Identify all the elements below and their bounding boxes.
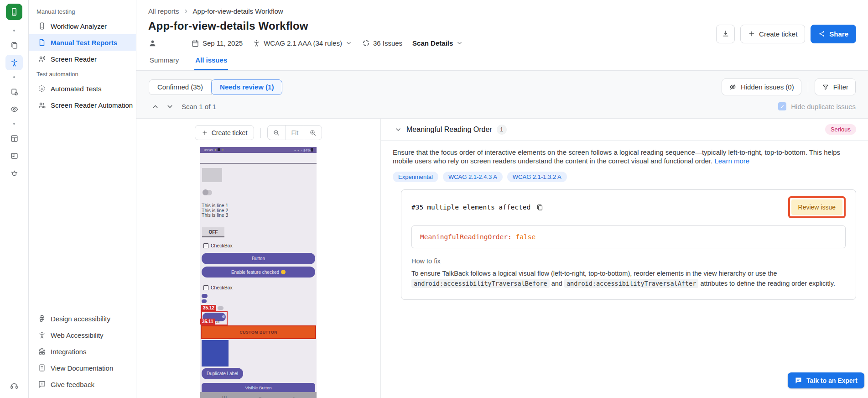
zoom-in-button[interactable] <box>304 126 322 140</box>
report-meta: Sep 11, 2025 WCAG 2.1 AAA (34 rules) 36 … <box>148 39 473 47</box>
rail-support-section[interactable] <box>0 374 28 398</box>
create-ticket-label: Create ticket <box>759 30 797 38</box>
code-key: MeaningfulReadingOrder: <box>420 233 512 241</box>
android-recents-icon: ||| <box>222 395 227 398</box>
phone-duplicate-label-button: Duplicate Label <box>202 368 243 379</box>
viewer-create-ticket-button[interactable]: Create ticket <box>195 125 255 140</box>
viewer-create-ticket-label: Create ticket <box>212 129 248 136</box>
phone-mini-button-1 <box>202 294 208 298</box>
sidebar-item-label: Automated Tests <box>51 85 101 93</box>
rail-item-projects[interactable] <box>5 37 23 53</box>
code-value: false <box>516 233 536 241</box>
rail-item-lab[interactable] <box>5 165 23 181</box>
rail-item-visual-settings[interactable] <box>5 101 23 117</box>
sidebar-footer: Design accessibility Web Accessibility I… <box>29 310 136 398</box>
tab-all-issues[interactable]: All issues <box>194 52 228 70</box>
hidden-issues-button[interactable]: Hidden issues (0) <box>722 79 801 95</box>
phone-enable-feature-label: Enable feature checked <box>231 270 279 275</box>
funnel-icon <box>822 84 829 91</box>
android-back-icon: ‹ <box>293 395 295 398</box>
zoom-controls: Fit <box>267 125 322 140</box>
filter-tools: Hidden issues (0) Filter <box>722 79 856 95</box>
create-ticket-button[interactable]: Create ticket <box>740 25 805 43</box>
phone-partial-label-bottom: al <box>216 319 219 324</box>
issue-affected-label: multiple elements affected <box>427 204 530 211</box>
app-logo[interactable] <box>6 4 22 20</box>
zoom-out-button[interactable] <box>268 126 285 140</box>
sidebar-item-automated-tests[interactable]: A Automated Tests <box>29 80 136 97</box>
phone-outline-icon <box>38 22 46 30</box>
headphones-support-icon <box>10 381 19 390</box>
scan-progress-icon <box>362 39 370 47</box>
scan-details-toggle[interactable]: Scan Details <box>412 39 463 47</box>
rail-item-mobile-accessibility[interactable] <box>5 55 23 70</box>
previous-scan-button[interactable] <box>149 100 161 113</box>
needs-review-filter-button[interactable]: Needs review (1) <box>211 79 282 95</box>
sidebar-item-screen-reader-automation[interactable]: Screen Reader Automation <box>29 97 136 113</box>
sidebar-item-label: Screen Reader <box>51 55 97 63</box>
plus-icon <box>202 130 208 136</box>
dashboard-icon <box>10 134 19 143</box>
phone-custom-button-highlighted[interactable]: CUSTOM BUTTON <box>201 325 316 339</box>
sidebar-item-label: Integrations <box>51 348 86 356</box>
phone-blue-block <box>202 340 229 367</box>
share-button[interactable]: Share <box>811 25 856 43</box>
phone-text-line-1: This is line 1 <box>202 203 228 208</box>
review-issue-button[interactable]: Review issue <box>791 199 842 215</box>
issue-badge-35-12[interactable]: 35.12 <box>201 305 216 311</box>
chevron-down-icon <box>345 40 352 47</box>
sidebar-item-manual-test-reports[interactable]: Manual Test Reports <box>29 34 136 51</box>
issues-count-label: 36 Issues <box>373 39 402 47</box>
rail-item-dashboard[interactable] <box>5 131 23 146</box>
sidebar-item-label: Give feedback <box>51 381 94 388</box>
feedback-chat-icon <box>38 380 46 388</box>
sidebar-item-give-feedback[interactable]: Give feedback <box>29 376 136 393</box>
confirmed-filter-button[interactable]: Confirmed (35) <box>149 79 212 95</box>
issue-badge-35-11[interactable]: 35.11 <box>200 319 215 325</box>
notification-icon: ✦ <box>214 148 217 152</box>
next-scan-button[interactable] <box>163 100 176 113</box>
tab-summary[interactable]: Summary <box>149 52 180 70</box>
screenshot-viewer: Create ticket Fit 09:49 ✦ ✦ · ⌁ ▾ ◔ 84% <box>136 119 381 398</box>
phone-app-bar <box>200 153 317 164</box>
sidebar-item-integrations[interactable]: Integrations <box>29 343 136 360</box>
learn-more-link[interactable]: Learn more <box>714 157 749 165</box>
wcag-ruleset[interactable]: WCAG 2.1 AAA (34 rules) <box>253 39 352 47</box>
phone-off-toggle-button: OFF <box>202 227 224 237</box>
sidebar-item-web-accessibility[interactable]: Web Accessibility <box>29 327 136 343</box>
accessibility-person-icon <box>38 331 46 339</box>
app-root: Manual testing Workflow Analyzer Manual … <box>0 0 868 398</box>
issue-detail-panel: Meaningful Reading Order 1 Serious Ensur… <box>381 119 868 398</box>
viewer-toolbar: Create ticket Fit <box>195 125 322 140</box>
scan-date: Sep 11, 2025 <box>191 39 243 47</box>
download-report-button[interactable] <box>716 25 735 43</box>
sidebar-item-workflow-analyzer[interactable]: Workflow Analyzer <box>29 18 136 34</box>
issue-description: Ensure that the focus order of interacti… <box>381 141 868 165</box>
hide-duplicates-checkbox[interactable] <box>778 102 786 110</box>
automated-tests-icon: A <box>38 84 46 93</box>
breadcrumb: All reports App-for-view-details Workflo… <box>148 7 473 15</box>
main-area: All reports App-for-view-details Workflo… <box>136 0 868 398</box>
battery-icon <box>311 148 313 152</box>
zoom-fit-button[interactable]: Fit <box>285 126 304 140</box>
header-actions: Create ticket Share <box>716 7 856 52</box>
sidebar-item-design-accessibility[interactable]: Design accessibility <box>29 310 136 327</box>
sidebar-item-screen-reader[interactable]: Screen Reader <box>29 51 136 67</box>
breadcrumb-all-reports[interactable]: All reports <box>148 7 179 15</box>
eye-off-icon <box>729 83 737 91</box>
hide-duplicates-control: Hide duplicate issues <box>778 102 856 110</box>
rail-item-devices-settings[interactable] <box>5 84 23 100</box>
phone-checkbox-1: CheckBox <box>203 243 233 248</box>
talk-to-expert-button[interactable]: Talk to an Expert <box>788 372 864 388</box>
rail-item-reports[interactable] <box>5 148 23 163</box>
copy-icon[interactable] <box>536 204 544 211</box>
issue-accordion-header[interactable]: Meaningful Reading Order 1 Serious <box>381 119 868 141</box>
filter-button[interactable]: Filter <box>815 79 856 95</box>
sidebar-item-view-documentation[interactable]: View Documentation <box>29 360 136 376</box>
notification-icon <box>218 148 220 151</box>
hidden-issues-label: Hidden issues (0) <box>741 83 794 91</box>
how-to-fix-heading: How to fix <box>411 257 846 265</box>
phone-checkbox-1-label: CheckBox <box>211 243 233 248</box>
copy-pages-icon <box>10 41 19 50</box>
accessibility-person-icon <box>10 58 19 67</box>
